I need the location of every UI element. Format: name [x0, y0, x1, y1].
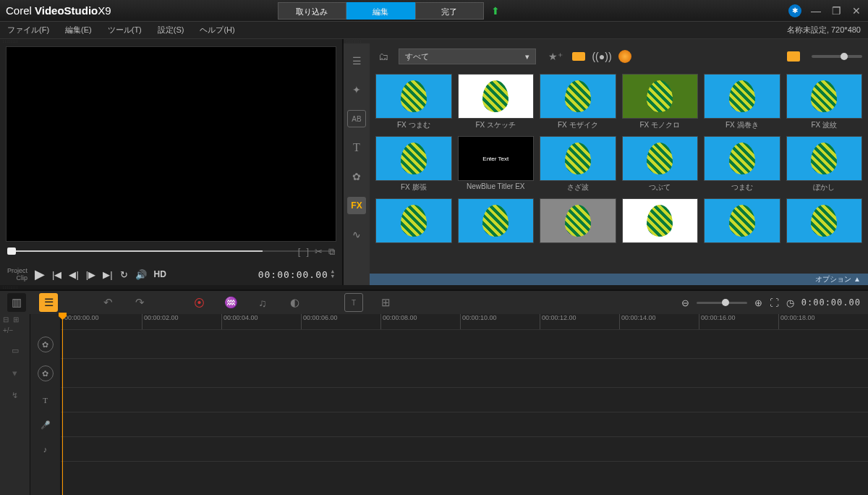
- undo-button[interactable]: ↶: [98, 293, 117, 312]
- scrub-handle[interactable]: [7, 248, 16, 255]
- menu-help[interactable]: ヘルプ(H): [200, 25, 234, 35]
- track-music-row[interactable]: [61, 437, 868, 462]
- tl-collapse[interactable]: ▾: [0, 365, 30, 381]
- lib-view-icon[interactable]: [786, 48, 801, 64]
- track-video[interactable]: ✿: [30, 330, 60, 359]
- redo-button[interactable]: ↷: [130, 293, 149, 312]
- fit-button[interactable]: ⛶: [770, 297, 779, 308]
- track-voice[interactable]: 🎤: [30, 412, 60, 437]
- go-end-button[interactable]: ▶|: [103, 269, 112, 280]
- time-ruler[interactable]: 00:00:00.0000:00:02.0000:00:04.0000:00:0…: [61, 314, 868, 330]
- lib-media-icon[interactable]: ☰: [347, 52, 366, 69]
- fx-item[interactable]: [786, 198, 863, 245]
- lib-import-icon[interactable]: 🗂: [375, 48, 391, 64]
- fx-item[interactable]: つぶて: [622, 136, 699, 192]
- fx-thumbnail: [786, 74, 863, 119]
- subtitle-button[interactable]: T: [344, 293, 363, 312]
- timeline-timecode[interactable]: 0:00:00.00: [801, 297, 861, 308]
- next-frame-button[interactable]: |▶: [86, 269, 95, 280]
- minimize-button[interactable]: —: [810, 5, 822, 17]
- auto-music-button[interactable]: ♫: [253, 293, 272, 312]
- fx-item[interactable]: FX 渦巻き: [704, 74, 780, 130]
- fx-item[interactable]: FX つまむ: [375, 74, 452, 130]
- track-music[interactable]: ♪: [30, 437, 60, 462]
- mark-in-icon[interactable]: [: [298, 246, 301, 258]
- lib-title-icon[interactable]: T: [347, 139, 366, 156]
- lib-category-dropdown[interactable]: すべて▾: [399, 48, 536, 64]
- fx-item[interactable]: FX 波紋: [786, 74, 863, 130]
- menu-tools[interactable]: ツール(T): [108, 25, 142, 35]
- fx-item[interactable]: ぼかし: [786, 136, 863, 192]
- fx-item[interactable]: FX モノクロ: [622, 74, 699, 130]
- loop-button[interactable]: ↻: [120, 269, 128, 280]
- audio-mixer-button[interactable]: ♒: [221, 293, 240, 312]
- tl-mute-video[interactable]: ▭: [0, 336, 30, 365]
- volume-button[interactable]: 🔊: [135, 269, 147, 280]
- go-start-button[interactable]: |◀: [52, 269, 61, 280]
- track-overlay-row[interactable]: [61, 359, 868, 388]
- playhead[interactable]: [62, 314, 63, 495]
- tl-mute-overlay[interactable]: ↯: [0, 381, 30, 410]
- fx-item[interactable]: Enter TextNewBlue Titler EX: [458, 136, 535, 192]
- timeline-tracks[interactable]: 00:00:00.0000:00:02.0000:00:04.0000:00:0…: [61, 314, 868, 495]
- lib-filter2-icon[interactable]: ((●)): [594, 48, 610, 64]
- fx-item[interactable]: [458, 198, 535, 245]
- fx-item[interactable]: FX スケッチ: [458, 74, 535, 130]
- step-capture[interactable]: 取り込み: [278, 2, 346, 20]
- lib-filter1-icon[interactable]: [571, 48, 587, 64]
- track-title-row[interactable]: [61, 388, 868, 412]
- tl-tool2-icon[interactable]: ⊞: [13, 316, 19, 323]
- lib-favorite-icon[interactable]: ★⁺: [548, 48, 563, 64]
- tl-tool1-icon[interactable]: ⊟: [3, 316, 9, 323]
- fx-item[interactable]: [375, 198, 452, 245]
- track-video-row[interactable]: [61, 330, 868, 359]
- fx-label: ぼかし: [786, 182, 863, 192]
- fx-item[interactable]: [540, 198, 616, 245]
- fx-item[interactable]: つまむ: [704, 136, 780, 192]
- cut-icon[interactable]: ✂: [315, 246, 323, 258]
- tl-plus-icon[interactable]: +/−: [3, 326, 27, 334]
- fx-item[interactable]: [622, 198, 699, 245]
- lib-transition-icon[interactable]: ✿: [347, 168, 366, 185]
- zoom-in-button[interactable]: ⊕: [754, 297, 762, 308]
- preview-canvas[interactable]: [6, 46, 336, 242]
- zoom-slider[interactable]: [697, 302, 747, 304]
- lib-instant-icon[interactable]: ✦: [347, 81, 366, 98]
- multi-view-button[interactable]: ⊞: [376, 293, 395, 312]
- globe-icon[interactable]: ✱: [788, 4, 801, 17]
- track-overlay[interactable]: ✿: [30, 359, 60, 388]
- hd-toggle[interactable]: HD: [154, 269, 166, 279]
- scrub-bar[interactable]: [ ] ✂ ⧉: [7, 248, 335, 261]
- lib-thumbsize-slider[interactable]: [812, 55, 862, 58]
- menu-settings[interactable]: 設定(S): [158, 25, 184, 35]
- storyboard-view-button[interactable]: ▥: [7, 293, 26, 312]
- motion-button[interactable]: ◐: [285, 293, 304, 312]
- fx-item[interactable]: FX モザイク: [540, 74, 616, 130]
- expand-icon[interactable]: ⧉: [328, 246, 335, 258]
- step-share[interactable]: 完了: [415, 2, 484, 20]
- prev-frame-button[interactable]: ◀|: [69, 269, 78, 280]
- preview-timecode[interactable]: 00:00:00.00 ▲▼: [258, 269, 335, 280]
- menu-edit[interactable]: 編集(E): [65, 25, 92, 35]
- lib-path-icon[interactable]: ∿: [347, 226, 366, 243]
- menu-file[interactable]: ファイル(F): [7, 25, 49, 35]
- mark-out-icon[interactable]: ]: [306, 246, 309, 258]
- zoom-out-button[interactable]: ⊖: [681, 297, 689, 308]
- step-edit[interactable]: 編集: [346, 2, 415, 20]
- options-toggle[interactable]: オプション ▲: [370, 274, 868, 285]
- upload-icon[interactable]: ⬆: [491, 5, 500, 17]
- close-button[interactable]: ✕: [851, 5, 862, 17]
- fx-label: FX モザイク: [540, 120, 616, 130]
- maximize-button[interactable]: ❐: [830, 5, 842, 17]
- track-voice-row[interactable]: [61, 412, 868, 437]
- lib-ab-icon[interactable]: AB: [347, 110, 366, 127]
- lib-fx-icon[interactable]: FX: [347, 197, 366, 214]
- track-title[interactable]: T: [30, 388, 60, 412]
- fx-item[interactable]: [704, 198, 780, 245]
- fx-item[interactable]: さざ波: [540, 136, 616, 192]
- timeline-view-button[interactable]: ☰: [39, 293, 58, 312]
- fx-item[interactable]: FX 膨張: [375, 136, 452, 192]
- lib-filter3-icon[interactable]: [617, 48, 633, 64]
- record-button[interactable]: ⦿: [190, 293, 208, 312]
- play-button[interactable]: ▶: [35, 266, 45, 282]
